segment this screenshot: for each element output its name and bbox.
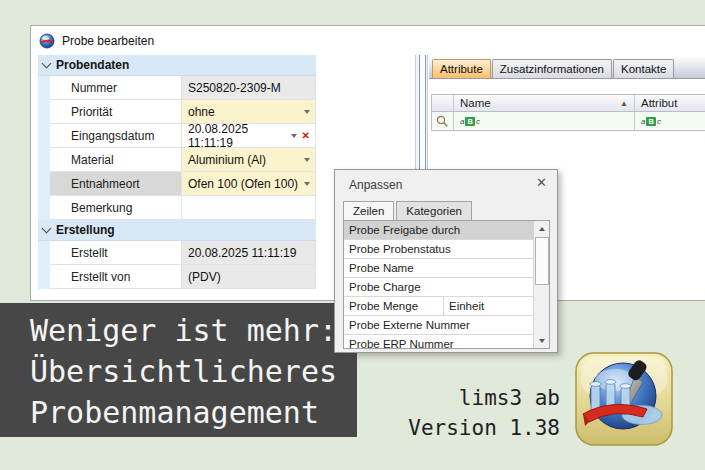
form-row-prioritaet: Priorität ohne (38, 100, 316, 124)
screenshot-root: Probe bearbeiten Probendaten Nummer S250… (0, 0, 705, 470)
form-row-entnahmeort: Entnahmeort Ofen 100 (Ofen 100) (38, 172, 316, 196)
sample-form: Probendaten Nummer S250820-2309-M Priori… (38, 55, 316, 289)
material-field[interactable]: Aluminium (Al) (182, 148, 316, 172)
section-title: Probendaten (56, 58, 129, 72)
field-value-text: S250820-2309-M (188, 81, 281, 95)
field-label: Nummer (50, 76, 182, 100)
field-label: Eingangsdatum (50, 124, 182, 148)
column-header-name[interactable]: Name ▲ (454, 95, 635, 111)
row-gutter (38, 265, 50, 289)
scroll-up-icon[interactable] (534, 221, 549, 236)
nummer-field[interactable]: S250820-2309-M (182, 76, 316, 100)
field-value-text: Aluminium (Al) (188, 153, 266, 167)
list-item[interactable]: Probe Externe Nummer (344, 316, 534, 335)
erstellt-von-field[interactable]: (PDV) (182, 265, 316, 289)
clear-icon[interactable]: ✕ (302, 131, 310, 141)
list-item-label: Probe Charge (344, 281, 421, 293)
form-row-erstellt: Erstellt 20.08.2025 11:11:19 (38, 241, 316, 265)
row-gutter (38, 76, 50, 100)
list-item-label: Probe Freigabe durch (344, 224, 460, 236)
field-label: Entnahmeort (50, 172, 182, 196)
dialog-title: Anpassen (349, 178, 402, 192)
window-titlebar[interactable]: Probe bearbeiten (31, 26, 705, 55)
list-item-label: Probe Probenstatus (344, 243, 451, 255)
field-label: Bemerkung (50, 196, 182, 220)
field-value-text: Ofen 100 (Ofen 100) (188, 177, 298, 191)
erstellt-field[interactable]: 20.08.2025 11:11:19 (182, 241, 316, 265)
column-header-text: Attribut (641, 97, 677, 109)
close-icon[interactable]: ✕ (536, 175, 547, 190)
banner-line: Weniger ist mehr: (30, 310, 357, 351)
abc-a: a (460, 117, 464, 126)
form-row-material: Material Aluminium (Al) (38, 148, 316, 172)
chevron-down-icon[interactable] (304, 110, 310, 114)
anpassen-list: Probe Freigabe durch Probe Probenstatus … (343, 220, 550, 349)
app-window-icon (39, 33, 55, 49)
sort-asc-icon: ▲ (620, 99, 628, 108)
anpassen-tabstrip: Zeilen Kategorien (343, 201, 474, 220)
field-label: Priorität (50, 100, 182, 124)
anpassen-dialog: Anpassen ✕ Zeilen Kategorien Probe Freig… (334, 169, 558, 353)
version-caption: lims3 ab Version 1.38 (300, 383, 560, 443)
list-item[interactable]: Probe Name (344, 259, 534, 278)
list-item-label: Probe ERP Nummer (344, 338, 454, 349)
window-title: Probe bearbeiten (62, 34, 154, 48)
row-gutter (38, 148, 50, 172)
list-item-label: Probe Externe Nummer (344, 319, 470, 331)
caption-line: lims3 ab (300, 383, 560, 413)
list-item[interactable]: Probe Charge (344, 278, 534, 297)
search-icon (432, 112, 454, 130)
scrollbar[interactable] (533, 221, 549, 348)
abc-a: a (641, 117, 645, 126)
chevron-down-icon (42, 59, 52, 69)
attribute-grid: Name ▲ Attribut aBc aBc (431, 94, 705, 131)
entnahmeort-field[interactable]: Ofen 100 (Ofen 100) (182, 172, 316, 196)
row-gutter (38, 241, 50, 265)
list-item[interactable]: Probe Probenstatus (344, 240, 534, 259)
filter-cell-name[interactable]: aBc (454, 112, 635, 130)
tab-zeilen[interactable]: Zeilen (343, 201, 394, 220)
tab-attribute[interactable]: Attribute (432, 59, 491, 78)
eingangsdatum-field[interactable]: 20.08.2025 11:11:19 ✕ (182, 124, 316, 148)
tab-kategorien[interactable]: Kategorien (396, 201, 472, 220)
form-row-nummer: Nummer S250820-2309-M (38, 76, 316, 100)
list-item-label: Probe Name (344, 262, 414, 274)
field-value-text: (PDV) (188, 270, 221, 284)
chevron-down-icon[interactable] (304, 158, 310, 162)
column-header-attribut[interactable]: Attribut (635, 95, 705, 111)
scrollbar-thumb[interactable] (535, 237, 549, 285)
row-gutter (38, 196, 50, 220)
list-item[interactable]: Probe Menge Einheit (344, 297, 534, 316)
prioritaet-field[interactable]: ohne (182, 100, 316, 124)
column-header-text: Name (460, 97, 491, 109)
grid-indicator-cell (432, 95, 454, 111)
section-erstellung[interactable]: Erstellung (38, 220, 316, 241)
scroll-down-icon[interactable] (534, 333, 549, 348)
form-row-erstellt-von: Erstellt von (PDV) (38, 265, 316, 289)
list-item-second-label: Einheit (443, 297, 534, 315)
tab-kontakte[interactable]: Kontakte (613, 59, 674, 78)
tab-zusatzinformationen[interactable]: Zusatzinformationen (492, 59, 612, 78)
field-value-text: ohne (188, 105, 215, 119)
row-gutter (38, 172, 50, 196)
abc-c: c (657, 117, 661, 126)
chevron-down-icon[interactable] (291, 134, 297, 138)
chevron-down-icon (42, 224, 52, 234)
row-gutter (38, 124, 50, 148)
chevron-down-icon[interactable] (304, 182, 310, 186)
caption-line: Version 1.38 (300, 413, 560, 443)
abc-b: B (646, 117, 655, 126)
list-item[interactable]: Probe Freigabe durch (344, 221, 534, 240)
grid-header-row: Name ▲ Attribut (431, 94, 705, 112)
row-gutter (38, 100, 50, 124)
filter-abc-icon: aBc (460, 117, 480, 126)
section-probendaten[interactable]: Probendaten (38, 55, 316, 76)
list-item[interactable]: Probe ERP Nummer (344, 335, 534, 349)
filter-cell-attribut[interactable]: aBc (635, 112, 705, 130)
field-label: Material (50, 148, 182, 172)
grid-filter-row: aBc aBc (431, 112, 705, 131)
abc-b: B (465, 117, 474, 126)
filter-abc-icon: aBc (641, 117, 661, 126)
bemerkung-field[interactable] (182, 196, 316, 220)
abc-c: c (476, 117, 480, 126)
